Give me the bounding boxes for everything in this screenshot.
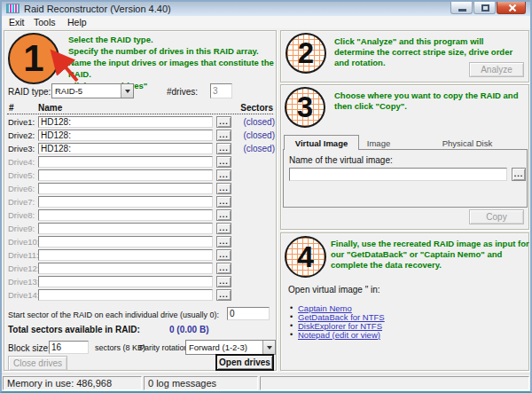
step4-panel: 4 Finally, use the recreated RAID image … (280, 232, 529, 371)
drive-browse-button[interactable]: ... (216, 276, 231, 287)
drive-browse-button[interactable]: ... (216, 196, 231, 208)
step3-number: 3 (297, 90, 313, 124)
app-icon (6, 4, 20, 13)
col-header-name: Name (38, 103, 62, 113)
drive-browse-button[interactable]: ... (216, 249, 231, 261)
drive-name-input (38, 289, 213, 301)
virtual-image-name-label: Name of the virtual image: (289, 155, 393, 165)
start-sector-label: Start sector of the RAID on each individ… (8, 310, 219, 319)
drive-browse-button[interactable]: ... (216, 289, 231, 301)
menu-bar: Exit Tools Help (2, 16, 530, 28)
drive-row: Drive10: ... (6, 235, 276, 248)
drive-row: Drive7: ... (6, 195, 276, 208)
num-drives-label: #drives: (167, 87, 198, 97)
raid-type-select[interactable]: RAID-5 (51, 83, 134, 98)
virtual-image-browse-button[interactable]: ... (512, 168, 526, 181)
virtual-image-name-input[interactable] (289, 168, 507, 181)
maximize-button[interactable] (473, 2, 496, 14)
parity-dropdown-button[interactable] (262, 341, 275, 354)
chevron-down-icon (125, 90, 130, 93)
log-status: 0 log messages (144, 376, 258, 390)
drive-status: (closed) (231, 130, 276, 140)
minimize-button[interactable] (450, 2, 473, 14)
menu-exit[interactable]: Exit (9, 17, 25, 28)
drive-row: Drive2: ... (closed) (6, 129, 276, 142)
drive-name-input (38, 156, 213, 168)
open-in-link-row: • Notepad (edit or view) (290, 330, 385, 339)
step1-badge: 1 (8, 33, 59, 84)
drive-row: Drive13: ... (6, 275, 276, 288)
step4-number: 4 (297, 240, 314, 274)
step2-panel: 2 Click "Analyze" and this program will … (280, 30, 529, 83)
open-in-link[interactable]: Notepad (edit or view) (298, 330, 380, 340)
tab-virtual-image[interactable]: Virtual Image (284, 135, 359, 150)
close-drives-button[interactable]: Close drives (8, 356, 67, 371)
drive-browse-button[interactable]: ... (216, 236, 231, 248)
tab-physical-disk[interactable]: Physical Disk (414, 138, 520, 148)
drive-name-input (38, 169, 213, 181)
drive-name-input (38, 236, 213, 248)
parity-rotation-label: Parity rotation: (139, 343, 191, 352)
minimize-icon (458, 9, 466, 12)
bullet-icon: • (290, 321, 298, 330)
bullet-icon: • (290, 330, 298, 339)
step3-panel: 3 Choose where you want to copy the RAID… (280, 84, 529, 230)
tab-image[interactable]: Image (352, 138, 405, 148)
close-button[interactable] (497, 2, 526, 14)
parity-rotation-select[interactable]: Forward (1-2-3) (185, 340, 276, 355)
drive-status: (closed) (231, 144, 276, 153)
step1-number: 1 (23, 37, 43, 80)
drive-row: Drive1: ... (closed) (6, 115, 276, 129)
drive-browse-button[interactable]: ... (216, 223, 231, 234)
analyze-button[interactable]: Analyze (469, 62, 524, 77)
drive-name-input[interactable] (38, 143, 213, 154)
drive-row: Drive6: ... (6, 182, 276, 195)
raid-type-dropdown-button[interactable] (121, 84, 133, 98)
bullet-icon: • (290, 312, 298, 321)
block-size-suffix: sectors (8 KB) (95, 343, 145, 352)
drive-name-input (38, 196, 213, 208)
block-size-label: Block size: (8, 343, 51, 353)
step4-instructions: Finally, use the recreated RAID image as… (331, 239, 531, 271)
drive-row: Drive12: ... (6, 262, 276, 275)
close-icon (508, 4, 517, 12)
drive-label: Drive14: (6, 290, 38, 300)
drive-rows: Drive1: ... (closed) Drive2: ... (closed… (6, 115, 276, 302)
drive-label: Drive7: (6, 197, 38, 207)
open-in-links: • Captain Nemo • GetDataBack for NTFS • … (290, 303, 385, 339)
total-sectors-label: Total sectors available in RAID: (8, 325, 140, 334)
step2-number: 2 (298, 36, 314, 70)
drive-name-input[interactable] (38, 116, 213, 128)
drive-row: Drive3: ... (closed) (6, 142, 276, 155)
drive-browse-button[interactable]: ... (216, 209, 231, 221)
drive-label: Drive12: (6, 263, 38, 273)
start-sector-input[interactable] (227, 307, 270, 320)
copy-button[interactable]: Copy (469, 209, 524, 224)
open-in-link-row: • GetDataBack for NTFS (290, 312, 385, 321)
drive-browse-button[interactable]: ... (216, 156, 231, 168)
drive-browse-button[interactable]: ... (216, 143, 231, 154)
menu-help[interactable]: Help (67, 17, 87, 28)
chevron-down-icon (267, 346, 272, 350)
raid-reconstructor-window: Raid Reconstructor (Version 4.40) Exit T… (0, 0, 532, 393)
drive-name-input (38, 263, 213, 274)
drive-row: Drive11: ... (6, 248, 276, 262)
title-bar[interactable]: Raid Reconstructor (Version 4.40) (2, 2, 530, 16)
drive-label: Drive13: (6, 277, 38, 287)
step1-panel: 1 Select the RAID type. Specify the numb… (4, 30, 277, 371)
drive-browse-button[interactable]: ... (216, 183, 231, 194)
drive-browse-button[interactable]: ... (216, 169, 231, 181)
raid-type-label: RAID type: (8, 87, 51, 97)
drive-browse-button[interactable]: ... (216, 130, 231, 141)
open-drives-button[interactable]: Open drives (215, 354, 274, 371)
drive-browse-button[interactable]: ... (216, 263, 231, 274)
drive-browse-button[interactable]: ... (216, 116, 231, 128)
drive-name-input[interactable] (38, 130, 213, 141)
step2-badge: 2 (286, 33, 326, 74)
drive-name-input (38, 223, 213, 234)
block-size-input[interactable] (49, 341, 89, 354)
menu-tools[interactable]: Tools (34, 17, 56, 28)
drive-name-input (38, 209, 213, 221)
drive-row: Drive8: ... (6, 208, 276, 222)
drive-status: (closed) (231, 117, 276, 127)
